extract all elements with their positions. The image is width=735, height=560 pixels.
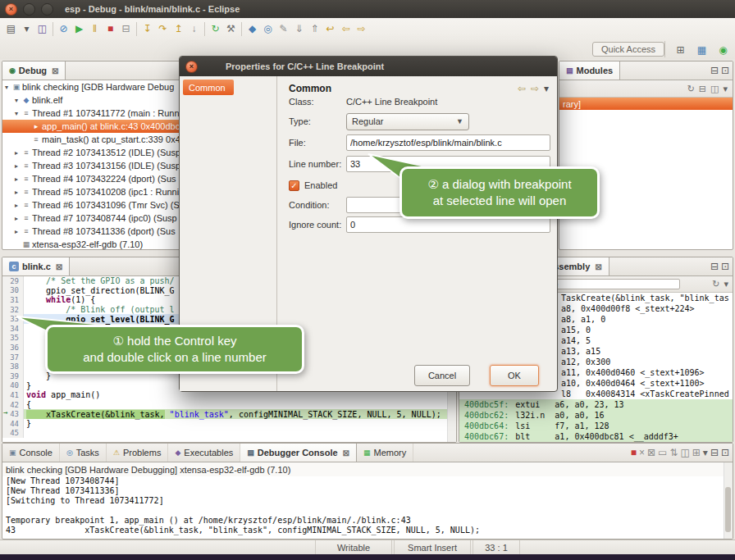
ignore-count-field[interactable] [346, 216, 550, 233]
tab-executables[interactable]: ◆Executables [168, 444, 240, 462]
line-number-45[interactable]: 45 [2, 429, 24, 439]
restart-icon[interactable]: ↻ [208, 21, 223, 37]
cancel-button[interactable]: Cancel [414, 365, 470, 386]
new-wizard-icon[interactable]: ▤ [3, 21, 19, 37]
tree-expander-icon[interactable]: ▸ [12, 202, 21, 209]
maximize-icon[interactable]: ⊡ [721, 447, 729, 458]
debug-tree-row[interactable]: ▸≡Thread #5 1073410208 (ipc1 : Runni [2, 185, 187, 198]
last-edit-location-icon[interactable]: ↩ [322, 21, 338, 37]
tab-memory[interactable]: ▦Memory [357, 444, 413, 462]
console-menu-caret-icon[interactable]: ▾ [703, 447, 708, 458]
scroll-lock-icon[interactable]: ⇅ [669, 447, 678, 458]
close-icon[interactable]: ⊠ [595, 262, 601, 271]
debug-tree-row[interactable]: ≡main_task() at cpu_start.c:339 0x4 [2, 133, 187, 146]
tab-console[interactable]: ▣Console [2, 444, 60, 462]
step-return-icon[interactable]: ↥ [171, 21, 186, 37]
terminate-console-icon[interactable]: ■ [631, 447, 637, 458]
disconnect-icon[interactable]: ⊟ [118, 21, 134, 37]
modules-selected-row[interactable]: rary] [559, 98, 733, 110]
debug-tree-row[interactable]: ▸≡Thread #8 1073411336 (dport) (Sus [2, 225, 187, 238]
resume-icon[interactable]: ▶ [71, 21, 87, 37]
debug-tree-row[interactable]: ▾◆blink.elf [2, 93, 187, 107]
pin-view-icon[interactable]: ◫ [710, 84, 719, 94]
debug-tree-row[interactable]: ▾≡Thread #1 1073411772 (main : Runn [2, 107, 187, 120]
refresh-icon[interactable]: ↻ [687, 84, 695, 94]
view-menu-caret-icon[interactable]: ▾ [723, 84, 728, 94]
line-number-38[interactable]: 38 [2, 362, 24, 371]
minimize-icon[interactable]: ⊟ [710, 447, 719, 458]
open-console-icon[interactable]: ⊞ [692, 447, 701, 458]
quick-access-button[interactable]: Quick Access [592, 42, 664, 57]
debug-tree-row[interactable]: ▸≡Thread #6 1073431096 (Tmr Svc) (S [2, 198, 187, 212]
previous-annotation-icon[interactable]: ⇑ [307, 21, 322, 37]
console-output[interactable]: [New Thread 1073408744][New Thread 10734… [2, 476, 733, 535]
window-minimize-button[interactable] [23, 3, 35, 16]
forward-icon[interactable]: ⇨ [354, 21, 369, 37]
view-menu-caret-icon[interactable]: ▾ [724, 279, 728, 289]
minimize-icon[interactable]: ⊟ [710, 65, 719, 76]
maximize-icon[interactable]: ⊡ [721, 65, 729, 76]
remove-all-launches-icon[interactable]: ⊠ [647, 447, 655, 458]
type-dropdown[interactable]: Regular ▼ [346, 113, 469, 130]
clear-console-icon[interactable]: ▭ [658, 447, 667, 458]
new-wizard-caret-icon[interactable]: ▾ [19, 21, 34, 37]
line-number-39[interactable]: 39 [2, 371, 24, 381]
close-icon[interactable]: ⊠ [343, 448, 349, 458]
suspend-icon[interactable]: ‖ [87, 21, 103, 37]
instruction-stepping-icon[interactable]: ↓ [186, 21, 202, 37]
close-icon[interactable]: ⊠ [56, 262, 62, 271]
window-close-button[interactable]: × [5, 3, 17, 16]
window-maximize-button[interactable] [41, 3, 53, 16]
enabled-checkbox[interactable]: ✓ [289, 180, 299, 191]
build-icon[interactable]: ⚒ [223, 21, 239, 37]
line-number-30[interactable]: 30 [2, 286, 24, 296]
line-number-37[interactable]: 37 [2, 353, 24, 362]
tab-blink-c[interactable]: c blink.c ⊠ [2, 257, 70, 275]
dialog-titlebar[interactable]: × Properties for C/C++ Line Breakpoint [180, 57, 557, 76]
step-over-icon[interactable]: ↷ [155, 21, 171, 37]
save-icon[interactable]: ◫ [34, 21, 50, 37]
tree-expander-icon[interactable]: ▸ [12, 228, 21, 235]
next-annotation-icon[interactable]: ⇓ [291, 21, 307, 37]
file-field[interactable] [346, 134, 550, 151]
collapse-all-icon[interactable]: ⊟ [699, 84, 706, 94]
minimize-icon[interactable]: ⊟ [710, 261, 719, 272]
ok-button[interactable]: OK [490, 365, 539, 386]
console-scrollbar-thumb[interactable] [725, 487, 731, 532]
tree-expander-icon[interactable]: ▸ [12, 162, 21, 170]
console-scrollbar[interactable] [724, 462, 733, 539]
remove-launch-icon[interactable]: × [639, 447, 645, 458]
tree-expander-icon[interactable]: ▾ [12, 110, 21, 117]
cpp-perspective-icon[interactable]: ▦ [694, 42, 710, 57]
dialog-close-button[interactable]: × [185, 61, 198, 73]
debug-tree-row-selected[interactable]: ▸app_main() at blink.c:43 0x400dbc [2, 120, 187, 133]
sidebar-item-common[interactable]: Common [183, 80, 234, 95]
debug-perspective-icon[interactable]: ◉ [715, 42, 731, 57]
back-icon[interactable]: ⇦ [338, 21, 354, 37]
terminate-icon[interactable]: ■ [103, 21, 118, 37]
search-icon[interactable]: ◎ [260, 21, 276, 37]
debug-tree-row[interactable]: ▾▣blink checking [GDB Hardware Debug [2, 80, 187, 93]
debug-tree-row[interactable]: ▦xtensa-esp32-elf-gdb (7.10) [2, 238, 187, 250]
tree-expander-icon[interactable]: ▾ [12, 97, 21, 104]
line-number-40[interactable]: 40 [2, 381, 24, 391]
debug-tree-row[interactable]: ▸≡Thread #2 1073413512 (IDLE) (Susp [2, 146, 187, 159]
line-number-31[interactable]: 31 [2, 295, 24, 305]
window-titlebar[interactable]: × esp - Debug - blink/main/blink.c - Ecl… [0, 0, 735, 18]
new-c-project-icon[interactable]: ◆ [244, 21, 260, 37]
tab-problems[interactable]: ⚠Problems [107, 444, 169, 462]
tree-expander-icon[interactable]: ▸ [12, 189, 21, 196]
tree-expander-icon[interactable]: ▸ [12, 149, 21, 157]
line-number-29[interactable]: 29 [2, 276, 24, 286]
close-icon[interactable]: ⊠ [52, 66, 58, 75]
tree-expander-icon[interactable]: ▸ [12, 175, 21, 183]
tab-debug[interactable]: ◉ Debug ⊠ [2, 61, 66, 80]
debug-tree-row[interactable]: ▸≡Thread #7 1073408744 (ipc0) (Susp [2, 212, 187, 225]
refresh-icon[interactable]: ↻ [712, 279, 719, 289]
skip-all-breakpoints-icon[interactable]: ⊘ [56, 21, 71, 37]
line-number-44[interactable]: 44 [2, 419, 24, 429]
debug-tree-row[interactable]: ▸≡Thread #4 1073432224 (dport) (Sus [2, 172, 187, 185]
tab-modules[interactable]: ▤ Modules [559, 61, 620, 80]
toggle-mark-occurrences-icon[interactable]: ✎ [276, 21, 291, 37]
tab-debugger-console[interactable]: ▤Debugger Console⊠ [240, 444, 357, 462]
